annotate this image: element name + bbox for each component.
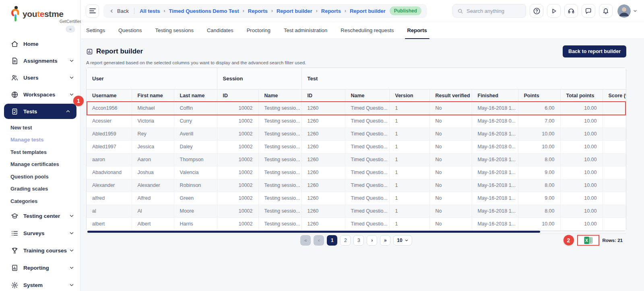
sidebar-item-testing-center[interactable]: Testing center [0, 207, 80, 225]
tab-rescheduling-requests[interactable]: Rescheduling requests [341, 22, 394, 39]
sidebar-item-tests[interactable]: Tests [0, 103, 80, 120]
table-row[interactable]: albertAlbertHarris10002Testing sessio...… [87, 217, 626, 230]
breadcrumb-link[interactable]: All tests [140, 8, 160, 14]
column-header-total_points[interactable]: Total points [560, 89, 603, 102]
breadcrumb-link[interactable]: Timed Questions Demo Test [169, 8, 239, 14]
group-header-test: Test [301, 68, 626, 89]
sidebar-item-training-courses[interactable]: Training courses [0, 242, 80, 259]
pagination-page-2[interactable]: 2 [340, 235, 351, 246]
cell-finished: May-16-2018 1... [472, 192, 518, 205]
cell-points: 9.00 [518, 166, 560, 179]
chevron-down-icon [69, 230, 74, 236]
table-row[interactable]: AlexanderAlexanderRobinson10002Testing s… [87, 179, 626, 192]
cell-test_id: 1260 [301, 166, 345, 179]
cell-result_verified: No [429, 140, 472, 153]
sidebar-subitem-grading-scales[interactable]: Grading scales [0, 183, 80, 195]
sidebar-item-label: Assignments [23, 58, 58, 64]
global-search[interactable] [452, 4, 526, 18]
column-header-last_name[interactable]: Last name [174, 89, 217, 102]
column-header-first_name[interactable]: First name [132, 89, 174, 102]
cell-username: Abled1997 [87, 140, 132, 153]
notifications-button[interactable] [599, 4, 613, 18]
cell-session_id: 10002 [217, 217, 258, 230]
menu-toggle-button[interactable] [86, 4, 99, 18]
column-header-points[interactable]: Points [518, 89, 560, 102]
tab-settings[interactable]: Settings [86, 22, 105, 39]
column-header-finished[interactable]: Finished [472, 89, 518, 102]
sidebar-subitem-manage-tests[interactable]: Manage tests [0, 134, 80, 146]
breadcrumb-link[interactable]: Reports [321, 8, 341, 14]
sidebar-collapse-button[interactable]: « [66, 26, 75, 33]
sidebar-item-label: Users [23, 75, 39, 81]
tab-reports[interactable]: Reports [407, 22, 427, 39]
sidebar-item-workspaces[interactable]: Workspaces [0, 86, 80, 103]
table-row[interactable]: AbadvionandJoshuaValencia10002Testing se… [87, 166, 626, 179]
table-row[interactable]: alAlMoore10002Testing sessio...1260Timed… [87, 205, 626, 217]
sidebar-subitem-question-pools[interactable]: Question pools [0, 170, 80, 183]
cell-first_name: Al [132, 205, 174, 217]
sidebar-item-home[interactable]: Home [0, 35, 80, 52]
breadcrumb-link[interactable]: Report builder [277, 8, 312, 14]
table-row[interactable]: Abled1997JessicaDaley10002Testing sessio… [87, 140, 626, 153]
search-input[interactable] [466, 8, 519, 14]
horizontal-scrollbar[interactable] [87, 231, 540, 233]
sidebar-subitem-test-templates[interactable]: Test templates [0, 146, 80, 158]
sidebar-item-users[interactable]: Users [0, 69, 80, 86]
sidebar-item-surveys[interactable]: Surveys [0, 225, 80, 242]
column-header-session_name[interactable]: Name [258, 89, 301, 102]
column-header-test_name[interactable]: Name [345, 89, 389, 102]
bell-icon [602, 7, 609, 14]
chevron-down-icon [405, 238, 409, 242]
column-header-version[interactable]: Version [389, 89, 429, 102]
sidebar-item-assignments[interactable]: Assignments [0, 52, 80, 69]
cell-username: Acessier [87, 115, 132, 127]
sidebar-subitem-categories[interactable]: Categories [0, 195, 80, 207]
cell-username: al [87, 205, 132, 217]
table-row[interactable]: aaronAaronThompson10002Testing sessio...… [87, 153, 626, 166]
support-button[interactable] [564, 4, 578, 18]
cell-finished: May-16-2018 0... [472, 115, 518, 127]
cell-first_name: Jessica [132, 140, 174, 153]
cell-session_name: Testing sessio... [258, 153, 301, 166]
table-footer: « ‹ 1 2 3 › » 10 2 [87, 234, 626, 246]
column-header-test_id[interactable]: ID [301, 89, 345, 102]
breadcrumb-link[interactable]: Report builder [350, 8, 386, 14]
tab-questions[interactable]: Questions [118, 22, 142, 39]
breadcrumb-link[interactable]: Reports [248, 8, 268, 14]
table-row[interactable]: Abled1959ReyAverill10002Testing sessio..… [87, 127, 626, 140]
export-excel-button[interactable]: X [577, 235, 599, 246]
pagination-page-3[interactable]: 3 [353, 235, 364, 246]
cell-points: 8.00 [518, 205, 560, 217]
tab-proctoring[interactable]: Proctoring [247, 22, 270, 39]
cell-score [603, 115, 626, 127]
help-button[interactable] [530, 4, 543, 18]
pagination-last-button[interactable]: » [380, 235, 390, 246]
back-to-report-builder-button[interactable]: Back to report builder [563, 45, 626, 57]
cell-score [603, 205, 626, 217]
table-row[interactable]: alfredAlfredGreen10002Testing sessio...1… [87, 192, 626, 205]
pagination-page-1[interactable]: 1 [327, 235, 337, 246]
table-row[interactable]: AcessierVictoriaCurry10002Testing sessio… [87, 115, 626, 127]
cell-test_name: Timed Questio... [345, 115, 389, 127]
column-header-score[interactable]: Score (% [603, 89, 626, 102]
sidebar-subitem-new-test[interactable]: New test [0, 121, 80, 134]
table-row[interactable]: Accon1956MichaelCoffin10002Testing sessi… [87, 102, 626, 115]
tab-testing-sessions[interactable]: Testing sessions [155, 22, 194, 39]
messages-button[interactable] [582, 4, 595, 18]
tab-candidates[interactable]: Candidates [207, 22, 233, 39]
pagination-next-button[interactable]: › [367, 235, 377, 246]
cell-session_id: 10002 [217, 153, 258, 166]
tutorial-button[interactable] [547, 4, 561, 18]
page-size-select[interactable]: 10 [393, 235, 412, 246]
column-header-session_id[interactable]: ID [217, 89, 258, 102]
sidebar-item-reporting[interactable]: Reporting [0, 259, 80, 277]
chevron-down-icon [69, 248, 74, 253]
user-menu[interactable] [617, 4, 638, 18]
back-link[interactable]: Back [109, 8, 129, 14]
column-header-result_verified[interactable]: Result verified [429, 89, 472, 102]
sidebar-subitem-manage-certificates[interactable]: Manage certificates [0, 158, 80, 171]
cell-session_name: Testing sessio... [258, 140, 301, 153]
column-header-username[interactable]: Username [87, 89, 132, 102]
sidebar-item-system[interactable]: System [0, 277, 80, 291]
tab-test-administration[interactable]: Test administration [284, 22, 327, 39]
